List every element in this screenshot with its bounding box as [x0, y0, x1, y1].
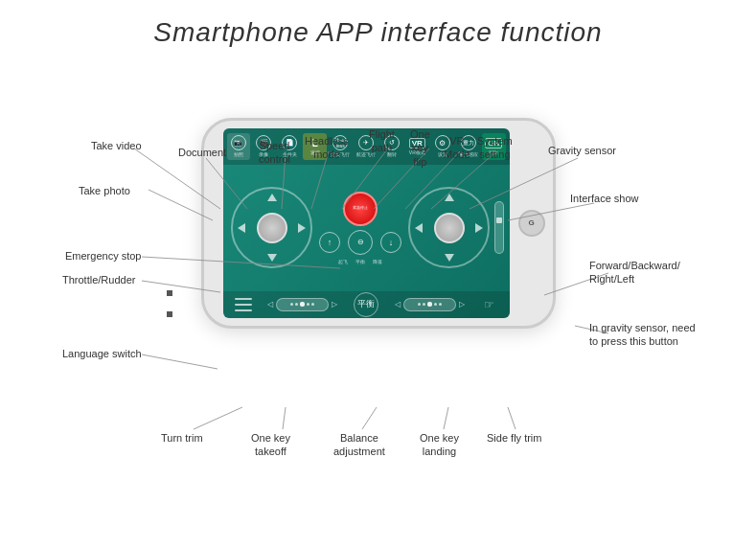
- throttle-dot2: [167, 311, 172, 317]
- label-balance-adjustment: Balanceadjustment: [333, 431, 385, 459]
- arrow-up-right: [445, 194, 454, 201]
- label-turn-trim: Turn trim: [161, 431, 203, 445]
- takeoff-landing-row: ↑ ⊖ ↓: [319, 230, 401, 255]
- joystick-knob-left: [257, 213, 287, 243]
- page-title: Smartphone APP interface function: [0, 0, 756, 48]
- speed-control-icon[interactable]: L 速控: [303, 133, 327, 160]
- left-trim-slider[interactable]: ◁ ▷: [267, 298, 337, 311]
- label-one-key-takeoff: One keytakeoff: [251, 431, 290, 459]
- joystick-knob-right: [434, 213, 465, 243]
- take-photo-icon[interactable]: 📷 拍照: [227, 133, 251, 160]
- svg-line-14: [142, 355, 218, 369]
- balance-label: 平衡: [355, 259, 365, 264]
- menu-icon[interactable]: [235, 298, 252, 311]
- label-throttle-rudder: Throttle/Rudder: [62, 273, 135, 286]
- arrow-left-left: [238, 223, 245, 233]
- top-icon-bar: 📷 拍照 🎬 录像 📄 生件夹 L 速控: [223, 128, 510, 165]
- emergency-stop-button[interactable]: 紧急停止: [343, 192, 378, 226]
- main-control-area: 紧急停止 ↑ ⊖ ↓: [223, 165, 510, 291]
- svg-line-20: [508, 407, 515, 429]
- system-setting-icon[interactable]: ⚙ 设置: [431, 133, 455, 160]
- label-take-video: Take video: [91, 139, 142, 152]
- hand-icon[interactable]: ☞: [480, 296, 497, 313]
- gravity-btn-label: G: [528, 218, 534, 227]
- label-side-fly-trim: Side fly trim: [487, 431, 541, 445]
- label-one-key-landing: One keylanding: [420, 431, 459, 459]
- arrow-down-left: [267, 254, 277, 262]
- label-gravity-note: In gravity sensor, needto press this but…: [589, 321, 696, 349]
- throttle-dot1: [167, 290, 172, 296]
- landing-label: 降落: [373, 259, 382, 264]
- balance-adj-icon[interactable]: 平衡: [354, 292, 378, 317]
- gravity-sensor-button[interactable]: G: [518, 210, 545, 237]
- vertical-trim: [494, 201, 504, 254]
- flight-path-icon[interactable]: ✈ 航迹飞行: [355, 133, 378, 160]
- phone-screen: 📷 拍照 🎬 录像 📄 生件夹 L 速控: [223, 128, 510, 318]
- document-icon[interactable]: 📄 生件夹: [278, 133, 302, 160]
- emergency-text: 紧急停止: [353, 206, 368, 211]
- takeoff-button[interactable]: ↑: [319, 232, 340, 253]
- arrow-left-right: [415, 223, 423, 233]
- headless-mode-icon[interactable]: Headless 无头飞行: [329, 133, 353, 160]
- phone-body: 📷 拍照 🎬 录像 📄 生件夹 L 速控: [201, 118, 556, 329]
- svg-line-17: [283, 407, 286, 429]
- bottom-bar: ◁ ▷ 平衡 ◁: [223, 291, 510, 318]
- arrow-right-right: [475, 223, 483, 233]
- landing-button[interactable]: ↓: [380, 232, 401, 253]
- arrow-up-left: [267, 194, 277, 201]
- arrow-down-right: [445, 254, 454, 262]
- right-joystick[interactable]: [406, 185, 493, 271]
- arrow-right-left: [298, 223, 306, 233]
- label-forward-backward: Forward/Backward/Right/Left: [589, 259, 680, 286]
- takeoff-label: 起飞: [338, 259, 348, 264]
- svg-line-19: [444, 407, 448, 429]
- power-icon[interactable]: ON 控制: [482, 133, 506, 160]
- balance-button[interactable]: ⊖: [348, 230, 373, 255]
- svg-line-18: [362, 407, 377, 429]
- label-emergency-stop: Emergency stop: [65, 249, 141, 263]
- one-key-flip-icon[interactable]: ↺ 翻转: [379, 133, 403, 160]
- middle-controls: 紧急停止 ↑ ⊖ ↓: [315, 192, 406, 264]
- left-joystick[interactable]: [229, 185, 315, 271]
- right-trim-slider[interactable]: ◁ ▷: [395, 298, 465, 311]
- svg-line-15: [575, 326, 608, 333]
- vr-mode-icon[interactable]: VR VR模式: [405, 133, 429, 160]
- svg-line-16: [194, 407, 242, 429]
- phone-mockup: 📷 拍照 🎬 录像 📄 生件夹 L 速控: [196, 110, 561, 335]
- gravity-sensor-icon[interactable]: 重力 重力感应: [456, 133, 480, 160]
- label-language-switch: Language switch: [62, 347, 142, 360]
- take-video-icon[interactable]: 🎬 录像: [252, 133, 276, 160]
- label-interface-show: Interface show: [570, 192, 639, 205]
- label-take-photo: Take photo: [79, 184, 130, 197]
